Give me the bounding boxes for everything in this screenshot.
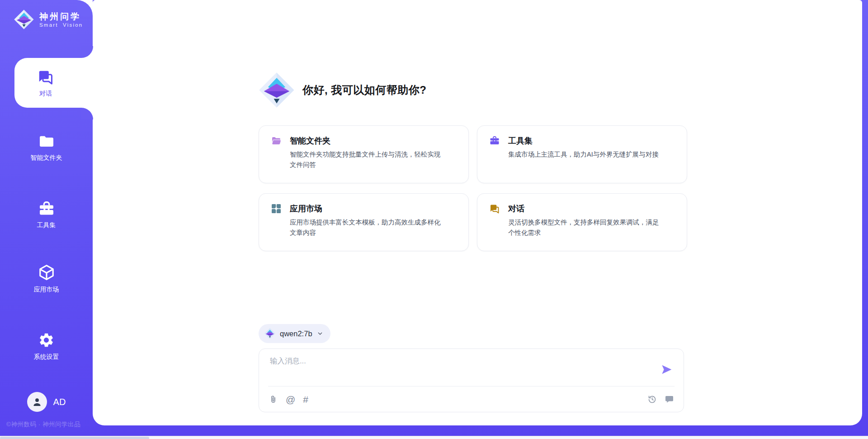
card-description: 应用市场提供丰富长文本模板，助力高效生成多样化文章内容 bbox=[290, 217, 441, 238]
sidebar-item-settings[interactable]: 系统设置 bbox=[0, 332, 93, 361]
chat-icon bbox=[489, 203, 500, 214]
card-title: 智能文件夹 bbox=[290, 135, 330, 146]
assistant-diamond-logo-icon bbox=[258, 72, 295, 109]
copyright-footer: ©神州数码 · 神州问学出品 bbox=[6, 420, 80, 429]
app-window: 神州问学 Smart Vision 对话 智能文件夹 工具集 bbox=[0, 0, 868, 439]
feature-cards: 智能文件夹 智能文件夹功能支持批量文件上传与清洗，轻松实现文件问答 工具集 集成… bbox=[259, 125, 687, 251]
sidebar-item-toolset[interactable]: 工具集 bbox=[0, 200, 93, 229]
greeting-title: 你好, 我可以如何帮助你? bbox=[302, 83, 427, 97]
window-bottom-strip bbox=[0, 436, 868, 439]
sidebar-item-smart-folders[interactable]: 智能文件夹 bbox=[0, 133, 93, 162]
sidebar-item-label: 对话 bbox=[39, 90, 52, 98]
user-profile[interactable]: AD bbox=[0, 392, 93, 412]
send-icon[interactable] bbox=[660, 363, 673, 376]
sidebar-item-label: 智能文件夹 bbox=[31, 154, 62, 162]
brand: 神州问学 Smart Vision bbox=[14, 9, 83, 30]
sidebar-item-app-market[interactable]: 应用市场 bbox=[0, 264, 93, 294]
card-title: 应用市场 bbox=[290, 203, 322, 214]
user-name: AD bbox=[53, 397, 66, 407]
person-icon bbox=[32, 396, 42, 407]
card-title: 工具集 bbox=[508, 135, 533, 146]
brand-diamond-logo-icon bbox=[14, 9, 34, 30]
message-composer: @ # bbox=[259, 348, 684, 412]
history-icon[interactable] bbox=[647, 395, 657, 404]
model-name: qwen2:7b bbox=[280, 329, 312, 338]
card-toolset[interactable]: 工具集 集成市场上主流工具，助力AI与外界无缝扩展与对接 bbox=[477, 125, 687, 183]
greeting-row: 你好, 我可以如何帮助你? bbox=[258, 72, 427, 109]
card-description: 智能文件夹功能支持批量文件上传与清洗，轻松实现文件问答 bbox=[290, 149, 441, 170]
chat-icon bbox=[37, 68, 54, 86]
card-app-market[interactable]: 应用市场 应用市场提供丰富长文本模板，助力高效生成多样化文章内容 bbox=[259, 193, 469, 251]
folder-open-icon bbox=[271, 135, 282, 146]
mention-icon[interactable]: @ bbox=[286, 395, 295, 404]
card-description: 集成市场上主流工具，助力AI与外界无缝扩展与对接 bbox=[508, 149, 659, 160]
sidebar-item-label: 工具集 bbox=[37, 221, 56, 229]
briefcase-icon bbox=[489, 135, 500, 146]
brand-name: 神州问学 bbox=[39, 11, 83, 22]
card-smart-folders[interactable]: 智能文件夹 智能文件夹功能支持批量文件上传与清洗，轻松实现文件问答 bbox=[259, 125, 469, 183]
sidebar-item-label: 系统设置 bbox=[34, 353, 59, 361]
chat-bubble-icon[interactable] bbox=[665, 395, 674, 404]
brand-text: 神州问学 Smart Vision bbox=[39, 11, 83, 28]
hashtag-icon[interactable]: # bbox=[303, 395, 308, 404]
chevron-down-icon bbox=[316, 330, 324, 337]
model-diamond-logo-icon bbox=[264, 328, 276, 339]
composer-toolbar: @ # bbox=[259, 387, 684, 412]
avatar bbox=[27, 392, 47, 412]
gear-icon bbox=[38, 332, 55, 348]
toolbox-icon bbox=[38, 200, 55, 217]
message-input[interactable] bbox=[270, 356, 655, 386]
card-title: 对话 bbox=[508, 203, 524, 214]
brand-subtitle: Smart Vision bbox=[39, 22, 83, 28]
folder-icon bbox=[38, 133, 55, 149]
tab-fillet-bottom bbox=[81, 108, 93, 119]
attachment-icon[interactable] bbox=[269, 395, 278, 404]
tab-fillet-top bbox=[81, 46, 93, 58]
horizontal-scrollbar[interactable] bbox=[0, 437, 149, 439]
card-description: 灵活切换多模型文件，支持多样回复效果调试，满足个性化需求 bbox=[508, 217, 659, 238]
card-chat[interactable]: 对话 灵活切换多模型文件，支持多样回复效果调试，满足个性化需求 bbox=[477, 193, 687, 251]
sidebar-item-chat[interactable]: 对话 bbox=[14, 58, 93, 108]
grid-cube-icon bbox=[271, 203, 282, 214]
model-selector[interactable]: qwen2:7b bbox=[259, 324, 330, 343]
cube-icon bbox=[38, 264, 55, 281]
sidebar-item-label: 应用市场 bbox=[34, 286, 59, 294]
